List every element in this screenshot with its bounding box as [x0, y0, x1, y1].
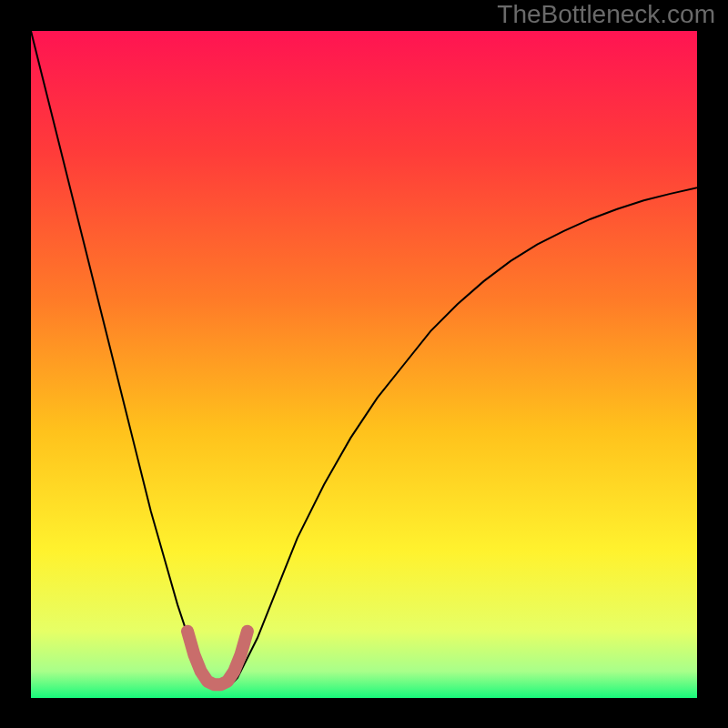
watermark-text: TheBottleneck.com [497, 0, 715, 29]
chart-canvas [0, 0, 728, 728]
plot-background [31, 31, 697, 698]
bottleneck-chart: TheBottleneck.com [0, 0, 728, 728]
